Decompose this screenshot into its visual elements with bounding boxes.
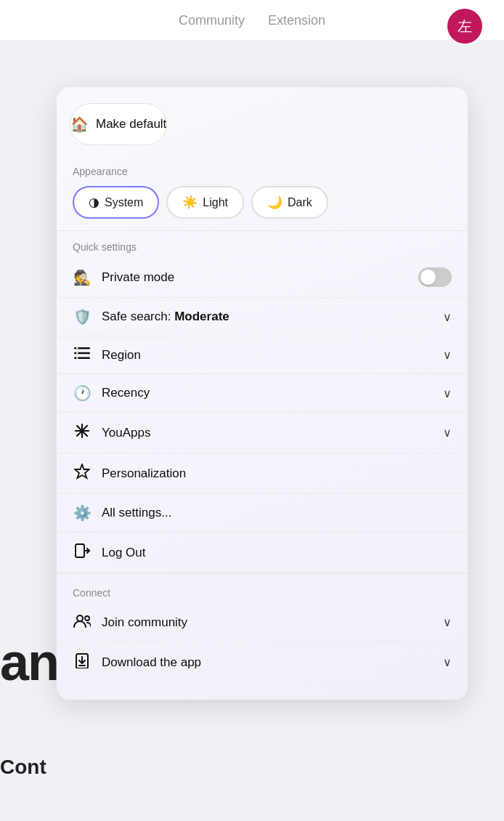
appearance-light-button[interactable]: ☀️ Light <box>166 186 244 219</box>
dark-icon: 🌙 <box>267 195 283 210</box>
menu-item-join-community[interactable]: Join community ∨ <box>57 603 468 642</box>
download-app-label: Download the app <box>102 655 433 670</box>
svg-marker-10 <box>75 464 89 478</box>
private-mode-label: Private mode <box>102 270 408 285</box>
connect-section: Connect Join community ∨ <box>57 574 468 682</box>
nav-community[interactable]: Community <box>179 13 245 28</box>
youapps-label: YouApps <box>102 426 433 440</box>
svg-rect-11 <box>76 544 84 557</box>
join-community-label: Join community <box>102 615 433 630</box>
user-avatar[interactable]: 左 <box>447 9 482 44</box>
menu-item-download-app[interactable]: Download the app ∨ <box>57 642 468 682</box>
region-icon <box>73 347 92 363</box>
log-out-icon <box>73 543 92 562</box>
safe-search-label: Safe search: Moderate <box>102 310 433 324</box>
menu-item-safe-search[interactable]: 🛡️ Safe search: Moderate ∨ <box>57 298 468 336</box>
youapps-chevron: ∨ <box>443 426 452 440</box>
appearance-options: ◑ System ☀️ Light 🌙 Dark <box>57 183 468 230</box>
recency-chevron: ∨ <box>443 387 452 400</box>
light-icon: ☀️ <box>182 195 198 210</box>
connect-label: Connect <box>57 577 468 603</box>
log-out-label: Log Out <box>102 546 452 560</box>
menu-item-log-out[interactable]: Log Out <box>57 533 468 573</box>
region-chevron: ∨ <box>443 348 452 362</box>
private-mode-icon: 🕵️ <box>73 269 92 286</box>
quick-settings-label: Quick settings <box>57 231 468 257</box>
all-settings-icon: ⚙️ <box>73 504 92 522</box>
appearance-dark-button[interactable]: 🌙 Dark <box>251 186 328 219</box>
safe-search-chevron: ∨ <box>443 310 452 324</box>
menu-item-region[interactable]: Region ∨ <box>57 336 468 374</box>
home-icon: 🏠 <box>70 116 89 133</box>
appearance-system-button[interactable]: ◑ System <box>73 186 159 219</box>
safe-search-icon: 🛡️ <box>73 308 92 325</box>
appearance-section-label: Appearance <box>57 158 468 183</box>
region-label: Region <box>102 348 433 363</box>
svg-rect-3 <box>76 347 78 349</box>
menu-item-personalization[interactable]: Personalization <box>57 453 468 494</box>
make-default-button[interactable]: 🏠 Make default <box>70 103 167 145</box>
svg-rect-4 <box>76 352 78 355</box>
svg-point-14 <box>85 616 89 620</box>
menu-item-all-settings[interactable]: ⚙️ All settings... <box>57 494 468 533</box>
toggle-knob <box>420 270 436 285</box>
svg-point-13 <box>77 615 83 621</box>
menu-item-youapps[interactable]: YouApps ∨ <box>57 413 468 453</box>
download-app-icon <box>73 652 92 672</box>
personalization-icon <box>73 464 92 483</box>
menu-item-recency[interactable]: 🕐 Recency ∨ <box>57 374 468 413</box>
make-default-label: Make default <box>96 117 166 132</box>
system-icon: ◑ <box>89 195 99 210</box>
svg-rect-5 <box>76 357 78 360</box>
all-settings-label: All settings... <box>102 506 452 520</box>
personalization-label: Personalization <box>102 466 452 481</box>
recency-label: Recency <box>102 386 433 400</box>
top-navigation: Community Extension 左 <box>0 0 504 40</box>
private-mode-toggle[interactable] <box>418 267 452 287</box>
join-community-icon <box>73 613 92 631</box>
recency-icon: 🕐 <box>73 384 92 402</box>
appearance-light-label: Light <box>203 196 228 209</box>
download-app-chevron: ∨ <box>443 655 452 669</box>
appearance-system-label: System <box>105 196 143 209</box>
settings-dropdown-panel: 🏠 Make default Appearance ◑ System ☀️ Li… <box>57 87 468 700</box>
bg-partial-text-2: Cont <box>0 756 46 779</box>
appearance-dark-label: Dark <box>288 196 312 209</box>
menu-item-private-mode[interactable]: 🕵️ Private mode <box>57 257 468 298</box>
youapps-icon <box>73 423 92 442</box>
nav-extension[interactable]: Extension <box>268 13 325 28</box>
join-community-chevron: ∨ <box>443 615 452 629</box>
